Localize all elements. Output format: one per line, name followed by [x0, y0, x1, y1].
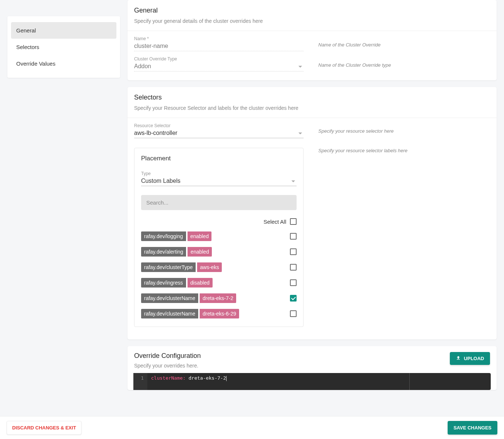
- type-value: Addon: [134, 63, 151, 69]
- name-label: Name *: [134, 36, 304, 41]
- label-list: rafay.dev/loggingenabledrafay.dev/alerti…: [141, 231, 297, 320]
- label-checkbox[interactable]: [290, 233, 297, 240]
- label-row: rafay.dev/alertingenabled: [141, 247, 297, 257]
- placement-type-select[interactable]: Custom Labels: [141, 177, 297, 186]
- labels-hint: Specify your resource selector labels he…: [318, 143, 407, 153]
- label-key: rafay.dev/ingress: [141, 278, 186, 288]
- footer-bar: DISCARD CHANGES & EXIT SAVE CHANGES: [0, 416, 504, 433]
- code-editor[interactable]: 1 clusterName: dreta-eks-7-2: [133, 373, 491, 390]
- caret-down-icon: [298, 133, 302, 135]
- label-tag: rafay.dev/alertingenabled: [141, 247, 212, 257]
- label-value: aws-eks: [197, 262, 222, 272]
- selectors-title: Selectors: [134, 94, 490, 101]
- placement-search-input[interactable]: [141, 195, 297, 210]
- label-key: rafay.dev/logging: [141, 231, 186, 241]
- label-checkbox[interactable]: [290, 248, 297, 255]
- label-value: enabled: [188, 247, 212, 257]
- code-content[interactable]: clusterName: dreta-eks-7-2: [147, 373, 410, 390]
- type-label: Cluster Override Type: [134, 56, 304, 62]
- name-hint: Name of the Cluster Override: [318, 36, 381, 48]
- selectors-subtitle: Specify your Resource Selector and label…: [134, 105, 490, 111]
- label-key: rafay.dev/clusterName: [141, 309, 198, 318]
- label-checkbox[interactable]: [290, 295, 297, 302]
- general-card: General Specify your general details of …: [127, 0, 497, 80]
- sidebar: General Selectors Override Values: [7, 16, 120, 78]
- upload-button[interactable]: UPLOAD: [450, 352, 490, 365]
- code-key: clusterName:: [151, 375, 186, 381]
- label-value: disabled: [188, 278, 213, 288]
- placement-type-label: Type: [141, 171, 297, 176]
- resource-selector-value: aws-lb-controller: [134, 130, 177, 136]
- label-key: rafay.dev/clusterName: [141, 293, 198, 303]
- placement-card: Placement Type Custom Labels Select All: [134, 148, 304, 327]
- label-checkbox[interactable]: [290, 264, 297, 271]
- code-value: dreta-eks-7-2: [186, 375, 226, 381]
- label-value: dreta-eks-6-29: [200, 309, 239, 318]
- caret-down-icon: [291, 181, 295, 182]
- sidebar-item-override-values[interactable]: Override Values: [11, 55, 116, 72]
- label-value: enabled: [188, 231, 212, 241]
- upload-label: UPLOAD: [464, 356, 484, 361]
- label-row: rafay.dev/ingressdisabled: [141, 278, 297, 288]
- sidebar-item-selectors[interactable]: Selectors: [11, 39, 116, 55]
- selectors-card: Selectors Specify your Resource Selector…: [127, 87, 497, 339]
- select-all-checkbox[interactable]: [290, 218, 297, 225]
- discard-button[interactable]: DISCARD CHANGES & EXIT: [7, 421, 81, 433]
- label-checkbox[interactable]: [290, 310, 297, 317]
- resource-selector-hint: Specify your resource selector here: [318, 123, 393, 134]
- code-cursor: [226, 376, 227, 381]
- sidebar-item-general[interactable]: General: [11, 22, 116, 39]
- resource-selector-select[interactable]: aws-lb-controller: [134, 129, 304, 138]
- save-button[interactable]: SAVE CHANGES: [448, 421, 497, 433]
- label-row: rafay.dev/clusterNamedreta-eks-7-2: [141, 293, 297, 303]
- label-tag: rafay.dev/clusterNamedreta-eks-6-29: [141, 309, 239, 318]
- override-subtitle: Specify your overrides here.: [134, 363, 201, 369]
- label-row: rafay.dev/clusterTypeaws-eks: [141, 262, 297, 272]
- label-checkbox[interactable]: [290, 279, 297, 286]
- label-value: dreta-eks-7-2: [200, 293, 236, 303]
- label-tag: rafay.dev/ingressdisabled: [141, 278, 213, 288]
- label-tag: rafay.dev/clusterTypeaws-eks: [141, 262, 222, 272]
- label-tag: rafay.dev/loggingenabled: [141, 231, 211, 241]
- label-key: rafay.dev/clusterType: [141, 262, 196, 272]
- general-subtitle: Specify your general details of the clus…: [134, 18, 490, 24]
- cluster-override-type-select[interactable]: Addon: [134, 62, 304, 72]
- select-all-label: Select All: [263, 219, 286, 225]
- override-title: Override Configuration: [134, 352, 201, 360]
- placement-type-value: Custom Labels: [141, 178, 181, 184]
- label-row: rafay.dev/loggingenabled: [141, 231, 297, 241]
- general-title: General: [134, 7, 490, 14]
- label-key: rafay.dev/alerting: [141, 247, 186, 257]
- label-row: rafay.dev/clusterNamedreta-eks-6-29: [141, 309, 297, 318]
- type-hint: Name of the Cluster Override type: [318, 56, 391, 68]
- override-config-card: Override Configuration Specify your over…: [127, 346, 497, 390]
- placement-title: Placement: [134, 148, 303, 162]
- upload-icon: [456, 355, 461, 362]
- code-gutter: 1: [133, 373, 147, 390]
- label-tag: rafay.dev/clusterNamedreta-eks-7-2: [141, 293, 236, 303]
- resource-selector-label: Resource Selector: [134, 123, 304, 128]
- name-input[interactable]: [134, 42, 304, 51]
- caret-down-icon: [298, 66, 302, 68]
